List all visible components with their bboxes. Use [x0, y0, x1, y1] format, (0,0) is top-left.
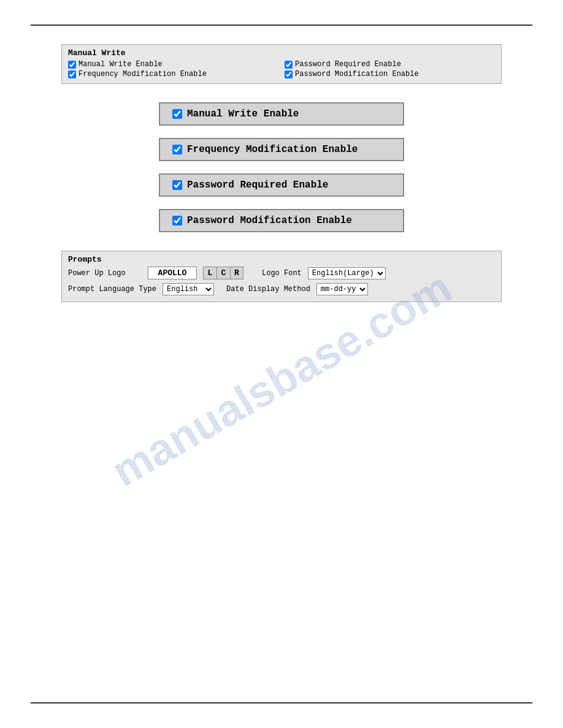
- checkbox-manual-write-enable[interactable]: [68, 61, 76, 69]
- manual-write-section: Manual Write Manual Write Enable Passwor…: [61, 44, 502, 84]
- large-pwd-required-btn[interactable]: Password Required Enable: [159, 173, 404, 197]
- bottom-spacer: [61, 302, 502, 327]
- top-divider: [31, 25, 532, 26]
- power-up-logo-row: Power Up Logo L C R Logo Font English(La…: [68, 267, 495, 279]
- large-pwd-mod-label: Password Modification Enable: [187, 215, 352, 226]
- large-checkbox-freq-mod[interactable]: [172, 145, 182, 154]
- date-display-label: Date Display Method: [226, 285, 310, 294]
- large-checkbox-manual-write[interactable]: [172, 109, 182, 119]
- power-up-logo-input[interactable]: [148, 267, 197, 279]
- prompt-language-label: Prompt Language Type: [68, 285, 156, 294]
- large-checkbox-pwd-required[interactable]: [172, 180, 182, 190]
- large-manual-write-label: Manual Write Enable: [187, 108, 299, 119]
- date-display-select[interactable]: mm-dd-yy dd-mm-yy yy-mm-dd: [316, 283, 368, 295]
- checkbox-manual-write-label: Manual Write Enable: [79, 60, 163, 69]
- lcr-l-button[interactable]: L: [203, 267, 216, 279]
- prompts-grid: Power Up Logo L C R Logo Font English(La…: [68, 267, 495, 295]
- prompts-section: Prompts Power Up Logo L C R Logo Font En…: [61, 251, 502, 302]
- manual-write-title: Manual Write: [68, 48, 495, 58]
- logo-font-label: Logo Font: [262, 269, 302, 278]
- large-freq-mod-btn[interactable]: Frequency Modification Enable: [159, 138, 404, 161]
- content-area: Manual Write Manual Write Enable Passwor…: [0, 38, 563, 333]
- large-freq-mod-label: Frequency Modification Enable: [187, 144, 358, 155]
- checkbox-item-pwd-mod: Password Modification Enable: [285, 70, 495, 78]
- checkbox-password-required-enable[interactable]: [285, 61, 293, 69]
- logo-font-select[interactable]: English(Large) English(Small) Japanese C…: [308, 267, 386, 279]
- checkbox-grid: Manual Write Enable Password Required En…: [68, 60, 495, 78]
- large-checkbox-pwd-mod[interactable]: [172, 216, 182, 226]
- prompts-title: Prompts: [68, 255, 495, 264]
- lcr-r-button[interactable]: R: [230, 267, 243, 279]
- checkbox-frequency-mod-enable[interactable]: [68, 70, 76, 78]
- checkbox-item-pwd-required: Password Required Enable: [285, 60, 495, 69]
- large-pwd-required-label: Password Required Enable: [187, 180, 328, 191]
- prompt-language-select[interactable]: English Spanish French German Japanese: [163, 283, 214, 295]
- large-manual-write-btn[interactable]: Manual Write Enable: [159, 102, 404, 126]
- prompt-language-row: Prompt Language Type English Spanish Fre…: [68, 283, 495, 295]
- large-checkboxes-area: Manual Write Enable Frequency Modificati…: [61, 102, 502, 232]
- lcr-c-button[interactable]: C: [216, 267, 230, 279]
- checkbox-pwd-mod-label: Password Modification Enable: [295, 70, 419, 78]
- checkbox-item-freq-mod: Frequency Modification Enable: [68, 70, 278, 78]
- bottom-divider: [31, 702, 532, 703]
- page-container: Manual Write Manual Write Enable Passwor…: [0, 0, 563, 728]
- checkbox-item-manual-write: Manual Write Enable: [68, 60, 278, 69]
- checkbox-freq-mod-label: Frequency Modification Enable: [79, 70, 207, 78]
- power-up-logo-label: Power Up Logo: [68, 269, 142, 278]
- large-pwd-mod-btn[interactable]: Password Modification Enable: [159, 209, 404, 232]
- checkbox-password-mod-enable[interactable]: [285, 70, 293, 78]
- lcr-group: L C R: [203, 267, 243, 279]
- checkbox-pwd-required-label: Password Required Enable: [295, 60, 401, 69]
